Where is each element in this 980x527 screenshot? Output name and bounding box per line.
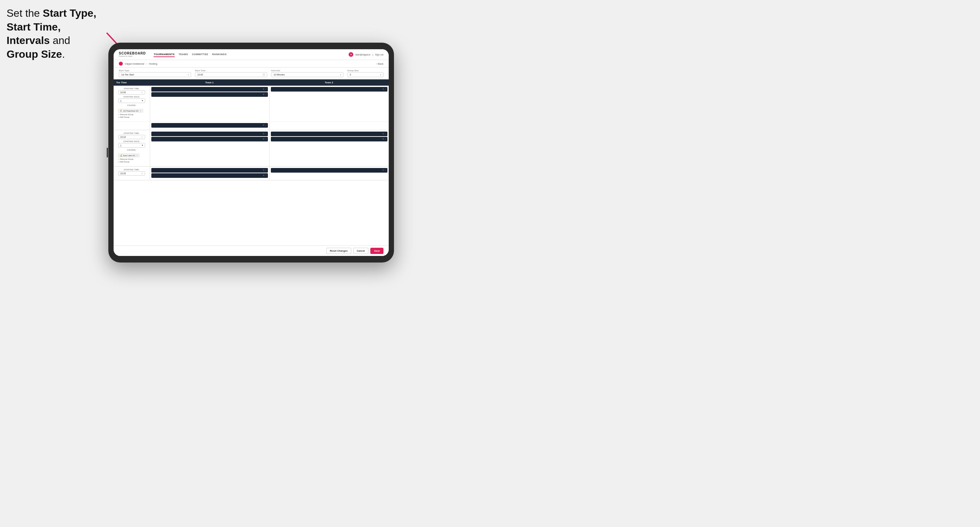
starting-time-input-3[interactable]: 10:20 ⏱ [118,171,145,176]
team2-cell-2: ✕ ○ ✕ ○ [269,130,389,166]
instruction-bold2: Start Time, [6,21,61,33]
player-remove-2-1[interactable]: ✕ ○ [382,88,386,90]
logo-sub: Powered by clippd [119,55,146,57]
instruction-bold3: Intervals [6,35,50,46]
group-course-row-1: ✕ ○ [114,122,389,130]
intervals-select[interactable]: 10 Minutes ▾ [271,72,344,77]
group-size-label: Group Size [347,70,383,71]
player-row-3-1: ✕ ○ [151,132,268,136]
footer-bar: Reset Changes Cancel Save [114,246,389,256]
team1-cell-3: ✕ ○ ✕ ○ [150,167,269,180]
player-remove-1-3[interactable]: ✕ ○ [262,124,267,127]
start-type-select[interactable]: 1st Tee Start ▾ [119,72,191,77]
player-remove-5-2[interactable]: ✕ ○ [262,174,267,177]
starting-hole-select-2[interactable]: 1 ▾ [118,143,145,148]
instruction-line1: Set the Start Type, [6,7,96,19]
player-remove-1-2[interactable]: ✕ ○ [262,93,267,96]
start-time-label: Start Time [195,70,267,71]
group-row-2: STARTING TIME: 10:10 ⏱ STARTING HOLE: 1 … [114,130,389,167]
tablet-frame: SCOREBOARD Powered by clippd TOURNAMENTS… [108,43,394,262]
nav-tabs: TOURNAMENTS TEAMS COMMITTEE RANKINGS [154,52,344,57]
starting-time-input-2[interactable]: 10:10 ⏱ [118,135,145,139]
clock-icon-1: ⏱ [141,92,143,94]
player-row-1-2: ✕ ○ [151,92,268,97]
group-size-value: 3 [350,73,351,76]
course-remove-1[interactable]: ✕ [140,110,142,112]
tab-tournaments[interactable]: TOURNAMENTS [154,52,175,57]
sign-out-link[interactable]: Sign out [375,54,383,56]
save-button[interactable]: Save [370,248,383,254]
course-icon-1: 🏌 [120,110,122,112]
col-team2: Team 2 [269,79,389,86]
tab-rankings[interactable]: RANKINGS [212,52,226,57]
side-button [107,148,108,157]
add-group-1[interactable]: + Add Group [118,116,145,118]
course-label-2: COURSE: [116,149,147,151]
start-time-value: 10:00 [197,73,203,76]
player-remove-5-1[interactable]: ✕ ○ [262,169,267,171]
tournament-name[interactable]: Clippd Invitational [125,62,144,65]
schedule-table: Tee Time Team 1 Team 2 STARTING TIME: 10… [114,79,389,246]
chevron-down-icon2: ▾ [340,73,341,76]
remove-group-2[interactable]: ○ Remove Group [118,158,145,160]
breadcrumb-icon: C [119,62,123,66]
group-size-select[interactable]: 3 ▾ [347,72,383,77]
course-icon-2: ⛳ [120,154,122,157]
instruction-text: Set the Start Type, Start Time, Interval… [6,6,108,61]
user-email: blair@clippd.io [355,54,370,56]
team2-cell-1: ✕ ○ [269,86,389,121]
logo-text: SCOREBOARD [119,52,146,55]
player-row-3-2: ✕ ○ [151,137,268,141]
remove-group-1[interactable]: ○ Remove Group [118,114,145,116]
player-row-1-1: ✕ ○ [151,87,268,92]
reset-button[interactable]: Reset Changes [326,248,351,254]
player-remove-3-2[interactable]: ✕ ○ [262,138,267,140]
group-row-3: STARTING TIME: 10:20 ⏱ ✕ ○ ✕ ○ [114,167,389,180]
starting-time-input-1[interactable]: 10:00 ⏱ [118,90,145,95]
starting-hole-select-1[interactable]: 1 ▾ [118,98,145,103]
instruction-bold1: Start Type, [43,7,96,19]
group-actions-2: ○ Remove Group + Add Group [116,157,147,164]
player-remove-6-1[interactable]: ✕ ○ [382,169,386,171]
table-header: Tee Time Team 1 Team 2 [114,79,389,86]
course-remove-2[interactable]: ✕ [136,154,138,157]
group-actions-1: ○ Remove Group + Add Group [116,113,147,119]
starting-time-label-1: STARTING TIME: [116,87,147,90]
hosting-label[interactable]: Hosting [149,62,157,65]
col-team1: Team 1 [150,79,269,86]
col-tee-time: Tee Time [114,79,150,86]
player-remove-3-1[interactable]: ✕ ○ [262,133,267,135]
group-left-3: STARTING TIME: 10:20 ⏱ [114,167,150,180]
clock-icon-3: ⏱ [141,173,143,175]
player-remove-4-2[interactable]: ✕ ○ [382,138,386,140]
team1-course-cell-1: ✕ ○ [150,122,269,130]
starting-hole-label-1: STARTING HOLE: [116,96,147,98]
intervals-value: 10 Minutes [274,73,285,76]
cancel-button[interactable]: Cancel [353,248,369,254]
back-button[interactable]: ‹ Back [377,62,383,65]
tab-teams[interactable]: TEAMS [178,52,188,57]
group-block-3: STARTING TIME: 10:20 ⏱ ✕ ○ ✕ ○ [114,167,389,181]
group-size-group: Group Size 3 ▾ [347,70,383,77]
tab-committee[interactable]: COMMITTEE [192,52,208,57]
start-time-select[interactable]: 10:00 🕐 [195,72,267,77]
team1-cell-1: ✕ ○ ✕ ○ [150,86,269,121]
player-row-5-2: ✕ ○ [151,173,268,178]
player-remove-1-1[interactable]: ✕ ○ [262,88,267,90]
group-row-1: STARTING TIME: 10:00 ⏱ STARTING HOLE: 1 … [114,86,389,122]
group-block-1: STARTING TIME: 10:00 ⏱ STARTING HOLE: 1 … [114,86,389,130]
start-type-value: 1st Tee Start [121,73,134,76]
chevron-down-icon: ▾ [188,73,189,76]
nav-right: B blair@clippd.io | Sign out [348,52,383,57]
group-left-1: STARTING TIME: 10:00 ⏱ STARTING HOLE: 1 … [114,86,150,121]
course-label-1: COURSE: [116,104,147,106]
clock-icon: 🕐 [262,73,265,76]
player-remove-4-1[interactable]: ✕ ○ [382,133,386,135]
team2-cell-3: ✕ ○ [269,167,389,180]
add-group-2[interactable]: + Add Group [118,161,145,163]
starting-hole-label-2: STARTING HOLE: [116,140,147,143]
player-row-1-3: ✕ ○ [151,123,268,128]
intervals-group: Intervals 10 Minutes ▾ [271,70,344,77]
nav-bar: SCOREBOARD Powered by clippd TOURNAMENTS… [114,49,389,60]
nav-separator: | [372,54,373,56]
